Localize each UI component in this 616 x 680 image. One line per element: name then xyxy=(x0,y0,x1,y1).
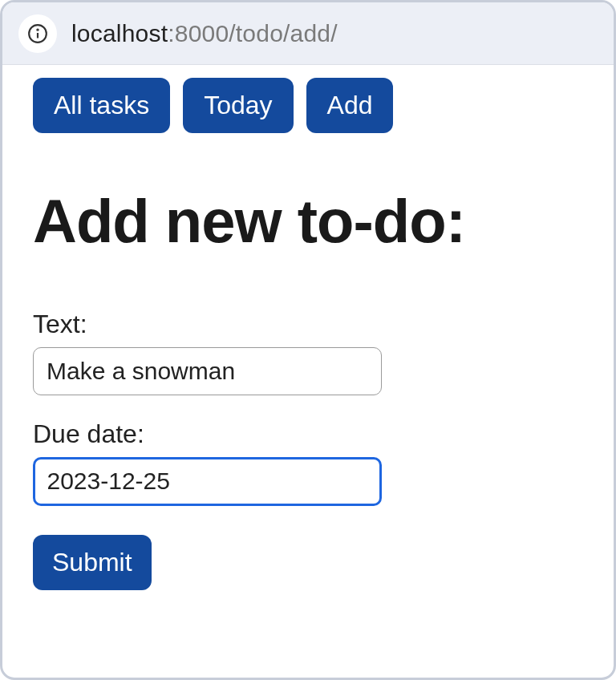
text-label: Text: xyxy=(33,310,583,339)
text-input[interactable] xyxy=(33,347,382,395)
nav-bar: All tasks Today Add xyxy=(33,78,583,133)
due-date-label: Due date: xyxy=(33,419,583,449)
info-icon[interactable] xyxy=(18,14,57,53)
url-host: localhost xyxy=(71,20,168,47)
browser-address-bar: localhost:8000/todo/add/ xyxy=(2,2,614,65)
nav-today[interactable]: Today xyxy=(183,78,293,133)
nav-add[interactable]: Add xyxy=(306,78,394,133)
url-display[interactable]: localhost:8000/todo/add/ xyxy=(71,20,338,47)
due-date-input[interactable] xyxy=(33,457,382,506)
url-path: :8000/todo/add/ xyxy=(168,20,338,47)
due-date-field: Due date: xyxy=(33,419,583,506)
nav-all-tasks[interactable]: All tasks xyxy=(33,78,170,133)
submit-button[interactable]: Submit xyxy=(33,535,152,590)
svg-point-2 xyxy=(37,29,38,30)
page-title: Add new to-do: xyxy=(33,189,583,253)
text-field: Text: xyxy=(33,310,583,395)
page-content: All tasks Today Add Add new to-do: Text:… xyxy=(2,65,614,590)
